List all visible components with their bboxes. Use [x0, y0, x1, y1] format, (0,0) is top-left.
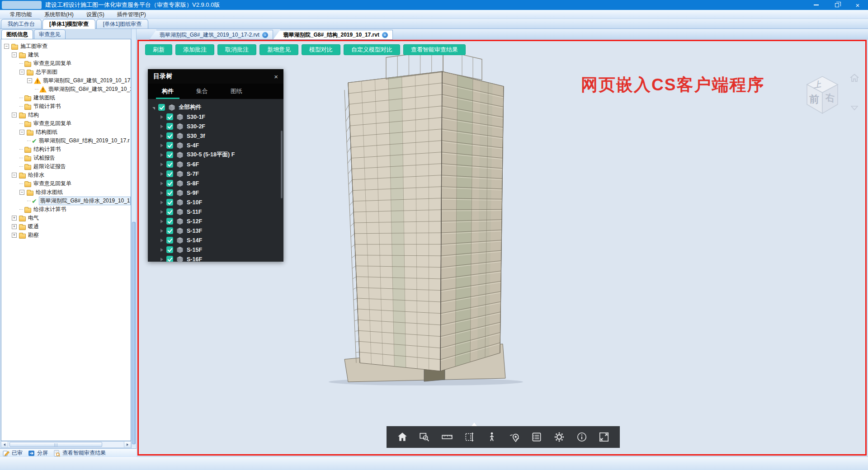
cube-menu-chevron-icon[interactable] [850, 105, 859, 111]
restore-button[interactable] [826, 0, 847, 10]
building-3d-model[interactable] [290, 47, 546, 385]
expand-arrow-icon[interactable] [160, 210, 163, 214]
checkbox-checked[interactable] [166, 246, 173, 253]
expand-toggle-icon[interactable]: + [12, 224, 17, 229]
checkbox-checked[interactable] [166, 123, 173, 130]
tree-node-label[interactable]: 建筑图纸 [33, 94, 55, 102]
tab-close-icon[interactable]: × [382, 32, 388, 38]
checkbox-checked[interactable] [166, 227, 173, 234]
viewer-toolbar-button-2[interactable]: 取消批注 [217, 44, 256, 55]
left-tab-1[interactable]: 审查意见 [34, 29, 66, 39]
checkbox-checked[interactable] [166, 170, 173, 177]
expand-arrow-icon[interactable] [160, 248, 163, 252]
checkbox-checked[interactable] [166, 237, 173, 244]
collapse-toggle-icon[interactable]: − [12, 52, 17, 57]
tree-row[interactable]: 给排水计算书 [1, 205, 131, 214]
tree-node-label[interactable]: 审查意见回复单 [33, 60, 71, 67]
viewer-toolbar-button-3[interactable]: 新增意见 [259, 44, 298, 55]
tree-node-label[interactable]: 结构图纸 [36, 128, 57, 136]
tree-row[interactable]: −结构图纸 [1, 128, 131, 136]
tree-node-label[interactable]: 节能计算书 [33, 103, 61, 110]
tree-row[interactable]: 试桩报告 [1, 154, 131, 162]
collapse-toggle-icon[interactable]: − [12, 113, 17, 118]
checkbox-checked[interactable] [166, 142, 173, 149]
catalog-item[interactable]: S30-1F [152, 112, 283, 122]
catalog-item[interactable]: S-11F [152, 207, 283, 216]
tree-node-label[interactable]: 翡翠湖别院_G8#_给排水_2019_10_17 [39, 197, 131, 205]
catalog-item[interactable]: S-10F [152, 197, 283, 207]
tree-node-label[interactable]: 翡翠湖别院_G8#_结构_2019_10_17.r [39, 137, 130, 145]
tree-horizontal-scrollbar[interactable] [1, 441, 131, 448]
status-button-0[interactable]: 已审 [3, 449, 23, 457]
nav-cube-icon[interactable]: 上 前 右 [800, 70, 845, 115]
tree-row[interactable]: −给排水图纸 [1, 188, 131, 197]
expand-arrow-icon[interactable] [160, 258, 163, 261]
checkbox-checked[interactable] [166, 189, 173, 196]
status-button-1[interactable]: 分屏 [28, 449, 48, 457]
catalog-item[interactable]: S-13F [152, 226, 283, 235]
catalog-tab-1[interactable]: 集合 [185, 84, 219, 99]
tree-row[interactable]: −施工图审查 [1, 42, 131, 51]
expand-arrow-icon[interactable] [160, 229, 163, 233]
home-view-icon[interactable] [849, 73, 860, 84]
expand-arrow-icon[interactable] [160, 182, 163, 185]
tree-node-label[interactable]: 总平面图 [36, 68, 57, 76]
navigation-cube[interactable]: 上 前 右 [800, 70, 867, 120]
document-tab-1[interactable]: 翡翠湖别院_G8#_结构_2019_10_17.rvt× [273, 30, 393, 40]
main-tab-2[interactable]: [单体1]图纸审查 [96, 19, 148, 28]
catalog-scrollbar[interactable] [281, 131, 283, 198]
menu-item-0[interactable]: 常用功能 [4, 10, 38, 19]
list-icon[interactable] [529, 429, 544, 445]
left-tab-0[interactable]: 图纸信息 [1, 29, 33, 39]
scrollbar-thumb[interactable] [9, 442, 102, 447]
collapse-arrow-icon[interactable] [152, 107, 155, 110]
tree-row[interactable]: +勘察 [1, 231, 131, 240]
tree-row[interactable]: +暖通 [1, 222, 131, 231]
catalog-item[interactable]: S-12F [152, 216, 283, 226]
expand-arrow-icon[interactable] [160, 191, 163, 195]
expand-toggle-icon[interactable]: + [12, 216, 17, 221]
catalog-item[interactable]: S-9F [152, 188, 283, 197]
tree-row[interactable]: −建筑 [1, 51, 131, 59]
settings-icon[interactable] [552, 429, 567, 445]
tree-row[interactable]: 建筑图纸 [1, 94, 131, 102]
expand-arrow-icon[interactable] [160, 172, 163, 176]
menu-item-3[interactable]: 插件管理(P) [111, 10, 152, 19]
tree-node-label[interactable]: 暖通 [28, 223, 39, 230]
collapse-toggle-icon[interactable]: − [19, 70, 24, 75]
catalog-item[interactable]: 全部构件 [152, 103, 283, 112]
measure-icon[interactable] [439, 429, 455, 445]
fullscreen-icon[interactable] [596, 429, 612, 445]
checkbox-checked[interactable] [166, 218, 173, 225]
tree-row[interactable]: ✔翡翠湖别院_G8#_结构_2019_10_17.r [1, 136, 131, 145]
expand-arrow-icon[interactable] [160, 163, 163, 166]
collapse-toggle-icon[interactable]: − [12, 173, 17, 178]
catalog-item[interactable]: S-7F [152, 169, 283, 179]
collapse-toggle-icon[interactable]: − [27, 78, 32, 83]
tree-row[interactable]: 审查意见回复单 [1, 179, 131, 188]
catalog-tab-0[interactable]: 构件 [151, 84, 185, 99]
info-icon[interactable] [574, 429, 590, 445]
catalog-item[interactable]: S30-2F [152, 122, 283, 131]
tree-row[interactable]: 审查意见回复单 [1, 119, 131, 128]
viewer-toolbar-button-0[interactable]: 刷新 [145, 44, 172, 55]
catalog-item[interactable]: S-15F [152, 245, 283, 254]
tree-node-label[interactable]: 建筑 [28, 51, 39, 59]
walk-icon[interactable] [484, 429, 500, 445]
collapse-toggle-icon[interactable]: − [19, 190, 24, 195]
collapse-toggle-icon[interactable]: − [19, 130, 24, 135]
tree-node-label[interactable]: 给排水图纸 [36, 188, 63, 196]
tree-row[interactable]: 节能计算书 [1, 102, 131, 111]
expand-arrow-icon[interactable] [160, 201, 163, 204]
status-button-2[interactable]: 查看智能审查结果 [53, 449, 106, 457]
tree-node-label[interactable]: 给排水 [28, 171, 44, 179]
tree-row[interactable]: −给排水 [1, 171, 131, 179]
catalog-item[interactable]: S-8F [152, 179, 283, 188]
checkbox-checked[interactable] [158, 104, 165, 111]
tree-node-label[interactable]: 电气 [28, 214, 39, 222]
checkbox-checked[interactable] [166, 113, 173, 120]
expand-toggle-icon[interactable]: + [12, 233, 17, 238]
viewer-toolbar-button-4[interactable]: 模型对比 [302, 44, 340, 55]
viewer-toolbar-button-5[interactable]: 自定义模型对比 [344, 44, 400, 55]
expand-arrow-icon[interactable] [160, 144, 163, 147]
